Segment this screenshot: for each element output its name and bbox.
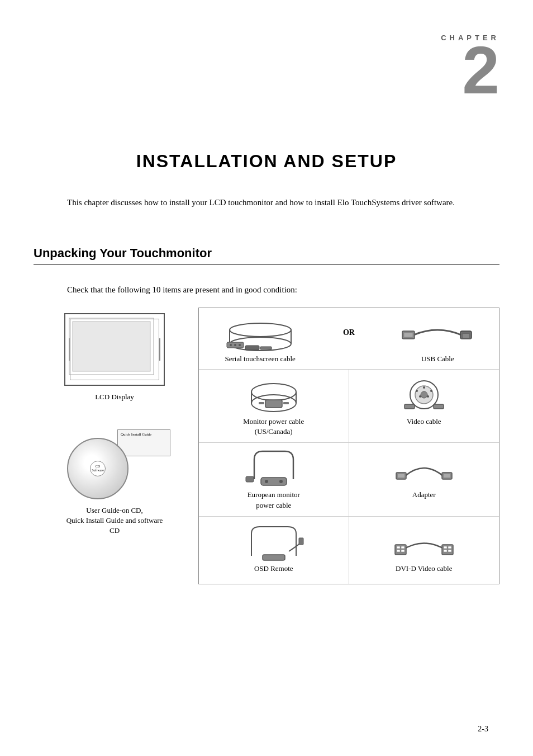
svg-rect-10: [245, 346, 259, 350]
svg-point-17: [251, 384, 296, 400]
svg-point-8: [234, 344, 236, 346]
lcd-item: LCD Display: [34, 308, 196, 401]
lcd-label: LCD Display: [95, 393, 134, 401]
section-divider: [34, 264, 499, 264]
svg-rect-27: [404, 404, 415, 409]
cd-circle: CD Software: [67, 438, 129, 499]
svg-point-29: [416, 390, 418, 392]
page-number: 2-3: [478, 725, 488, 734]
power-cable-eu-svg: [243, 448, 304, 488]
cables-row: Serial touchscreen cable OR USB Cable: [199, 308, 499, 370]
svg-rect-50: [444, 546, 447, 549]
cd-icon: Quick Install Guide CD Software: [59, 429, 170, 502]
svg-rect-21: [265, 400, 282, 408]
right-panel: Serial touchscreen cable OR USB Cable: [198, 308, 499, 584]
svg-point-7: [230, 344, 232, 346]
osd-remote-svg: [243, 522, 304, 561]
svg-rect-47: [397, 550, 400, 552]
svg-rect-39: [398, 474, 404, 478]
cd-center-hole: CD Software: [90, 461, 106, 476]
adapter-svg: [393, 448, 455, 488]
dvid-cable-label: DVI-D Video cable: [396, 564, 453, 574]
cd-label: User Guide-on CD, Quick Install Guide an…: [61, 505, 168, 536]
lcd-display-icon: [64, 313, 165, 386]
serial-cable-svg: [224, 319, 297, 352]
power-cable-eu-label: European monitorpower cable: [248, 490, 300, 510]
svg-rect-22: [259, 402, 264, 404]
lcd-stand-right: [159, 338, 160, 361]
checklist-text: Check that the following 10 items are pr…: [67, 285, 297, 295]
svg-rect-11: [260, 347, 272, 349]
svg-point-36: [279, 480, 283, 483]
svg-point-26: [421, 391, 427, 398]
power-cable-us-item: Monitor power cable(US/Canada): [199, 370, 349, 443]
dvid-cable-item: DVI-D Video cable: [349, 517, 499, 584]
svg-point-2: [230, 323, 291, 337]
svg-point-35: [265, 480, 268, 483]
cd-item: Quick Install Guide CD Software User Gui…: [34, 429, 196, 536]
usb-cable-item: USB Cable: [401, 319, 474, 363]
adapter-item: Adapter: [349, 443, 499, 516]
svg-rect-48: [401, 550, 404, 552]
left-panel: LCD Display Quick Install Guide CD Softw…: [34, 308, 196, 536]
video-cable-svg: [393, 375, 455, 414]
svg-rect-42: [263, 555, 285, 560]
svg-rect-52: [444, 550, 447, 552]
chapter-header: CHAPTER 2: [441, 34, 499, 103]
or-text: OR: [343, 328, 355, 354]
chapter-number: 2: [441, 36, 499, 103]
power-cable-eu-item: European monitorpower cable: [199, 443, 349, 516]
svg-point-33: [427, 395, 429, 398]
lcd-screen-svg: [68, 317, 155, 376]
svg-rect-51: [448, 546, 451, 549]
quick-install-box: Quick Install Guide: [117, 429, 170, 456]
intro-text: This chapter discusses how to install yo…: [67, 196, 488, 209]
serial-cable-label: Serial touchscreen cable: [225, 355, 295, 363]
svg-rect-23: [283, 402, 289, 404]
dvid-cable-svg: [393, 522, 455, 561]
svg-rect-46: [401, 546, 404, 549]
svg-rect-1: [73, 322, 150, 371]
osd-remote-label: OSD Remote: [254, 564, 293, 574]
inner-rows: Monitor power cable(US/Canada): [199, 370, 499, 584]
osd-remote-item: OSD Remote: [199, 517, 349, 584]
adapter-label: Adapter: [412, 490, 436, 500]
svg-point-30: [423, 386, 425, 389]
video-cable-label: Video cable: [407, 417, 441, 427]
svg-rect-53: [448, 550, 451, 552]
svg-rect-41: [444, 474, 450, 478]
serial-cable-item: Serial touchscreen cable: [224, 319, 297, 363]
svg-rect-28: [434, 404, 444, 409]
svg-rect-37: [246, 476, 254, 482]
page-title: Installation and Setup: [0, 151, 533, 172]
svg-point-31: [430, 390, 432, 392]
section-header: Unpacking Your Touchmonitor: [34, 246, 499, 264]
section-heading: Unpacking Your Touchmonitor: [34, 246, 499, 261]
svg-rect-43: [299, 538, 303, 545]
svg-point-9: [239, 344, 241, 346]
usb-cable-svg: [401, 319, 474, 352]
power-cable-us-label: Monitor power cable(US/Canada): [243, 417, 304, 437]
power-cable-us-svg: [243, 375, 304, 414]
svg-point-32: [419, 395, 421, 398]
usb-cable-label: USB Cable: [421, 355, 454, 363]
video-cable-item: Video cable: [349, 370, 499, 443]
svg-rect-34: [261, 478, 287, 485]
svg-rect-13: [404, 333, 413, 337]
svg-rect-16: [463, 334, 469, 338]
svg-rect-45: [397, 546, 400, 549]
